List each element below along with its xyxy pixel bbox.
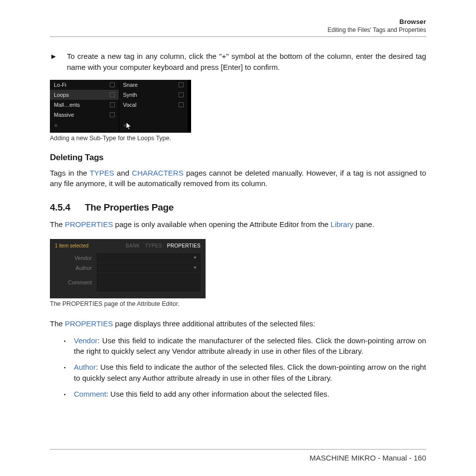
instruction-arrow-icon: ► <box>50 51 58 73</box>
instruction-text: To create a new tag in any column, click… <box>67 51 426 73</box>
figure-tags-panel: Lo-Fi Loops Mall…ents Massive + Snare Sy… <box>50 80 426 133</box>
tag-row[interactable]: Snare <box>119 80 188 90</box>
term-comment: Comment <box>74 390 106 398</box>
term-author: Author <box>74 363 96 371</box>
add-tag-button[interactable]: + <box>50 120 119 131</box>
page-footer: MASCHINE MIKRO - Manual - 160 <box>50 449 426 462</box>
section-title: The Properties Page <box>85 202 174 213</box>
term-vendor: Vendor <box>74 336 98 345</box>
scrollbar-track[interactable] <box>188 80 191 133</box>
bullet-icon: ▪ <box>64 335 71 357</box>
figure-caption: The PROPERTIES page of the Attribute Edi… <box>50 300 426 307</box>
selection-count: 1 item selected <box>55 243 88 248</box>
link-library[interactable]: Library <box>331 220 354 229</box>
header-subtitle: Editing the Files' Tags and Properties <box>50 26 426 33</box>
section-number: 4.5.4 <box>50 202 85 213</box>
list-item: ▪ Vendor: Use this field to indicate the… <box>64 335 426 357</box>
checkbox-icon[interactable] <box>179 92 184 97</box>
tag-row[interactable]: Synth <box>119 90 188 100</box>
figure-properties-panel: 1 item selected BANK TYPES PROPERTIES Ve… <box>50 239 426 298</box>
paragraph: The PROPERTIES page displays three addit… <box>50 318 426 329</box>
list-item: ▪ Author: Use this field to indicate the… <box>64 362 426 384</box>
bullet-icon: ▪ <box>64 362 71 384</box>
vendor-dropdown[interactable]: ▼ <box>97 253 201 262</box>
checkbox-icon[interactable] <box>110 92 115 97</box>
paragraph: Tags in the TYPES and CHARACTERS pages c… <box>50 168 426 190</box>
tab-bank[interactable]: BANK <box>126 243 140 248</box>
bullet-icon: ▪ <box>64 389 71 400</box>
paragraph: The PROPERTIES page is only available wh… <box>50 219 426 230</box>
link-types[interactable]: TYPES <box>90 169 114 177</box>
checkbox-icon[interactable] <box>179 102 184 107</box>
page-header: Browser Editing the Files' Tags and Prop… <box>50 18 426 33</box>
tag-row-selected[interactable]: Loops <box>50 90 119 100</box>
link-characters[interactable]: CHARACTERS <box>132 169 183 177</box>
list-item: ▪ Comment: Use this field to add any oth… <box>64 389 426 400</box>
tag-column-1: Lo-Fi Loops Mall…ents Massive + <box>50 80 119 133</box>
label-author: Author <box>55 265 97 271</box>
tag-row[interactable]: Lo-Fi <box>50 80 119 90</box>
section-heading: 4.5.4 The Properties Page <box>50 202 426 213</box>
link-properties[interactable]: PROPERTIES <box>65 220 113 229</box>
bullet-list: ▪ Vendor: Use this field to indicate the… <box>64 335 426 400</box>
tab-properties[interactable]: PROPERTIES <box>167 243 201 248</box>
chevron-down-icon: ▼ <box>193 265 197 270</box>
label-vendor: Vendor <box>55 255 97 261</box>
header-rule <box>50 36 426 37</box>
instruction-block: ► To create a new tag in any column, cli… <box>50 51 426 73</box>
chevron-down-icon: ▼ <box>193 255 197 260</box>
footer-rule <box>50 449 426 450</box>
tab-types[interactable]: TYPES <box>145 243 162 248</box>
label-comment: Comment <box>55 279 97 285</box>
tag-row[interactable]: Massive <box>50 110 119 120</box>
comment-textarea[interactable] <box>97 273 201 291</box>
checkbox-icon[interactable] <box>110 82 115 87</box>
checkbox-icon[interactable] <box>110 102 115 107</box>
checkbox-icon[interactable] <box>110 112 115 117</box>
heading-deleting-tags: Deleting Tags <box>50 153 426 163</box>
mouse-cursor-icon <box>126 122 133 131</box>
tag-row[interactable]: Mall…ents <box>50 100 119 110</box>
link-properties[interactable]: PROPERTIES <box>65 319 113 328</box>
tag-row[interactable]: Vocal <box>119 100 188 110</box>
author-dropdown[interactable]: ▼ <box>97 263 201 272</box>
footer-text: MASCHINE MIKRO - Manual - 160 <box>50 454 426 462</box>
figure-caption: Adding a new Sub-Type for the Loops Type… <box>50 135 426 142</box>
checkbox-icon[interactable] <box>179 82 184 87</box>
header-title: Browser <box>50 18 426 25</box>
